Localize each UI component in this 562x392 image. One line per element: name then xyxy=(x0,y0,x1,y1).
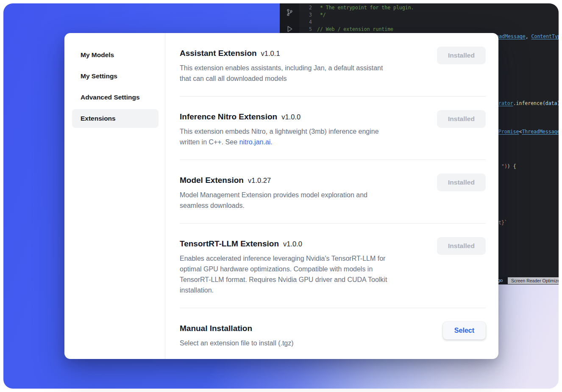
extension-description: This extension enables assistants, inclu… xyxy=(180,63,383,84)
extension-info: Assistant Extensionv1.0.1 This extension… xyxy=(180,48,383,84)
code-fragment: ")) { xyxy=(501,163,516,170)
code-token: , xyxy=(526,33,531,39)
sidebar-item-advanced-settings[interactable]: Advanced Settings xyxy=(72,88,159,107)
code-token: ( xyxy=(543,100,545,106)
description-line: Select an extension file to install (.tg… xyxy=(180,338,294,348)
manual-installation-title: Manual Installation xyxy=(180,323,294,334)
manual-installation-row: Manual Installation Select an extension … xyxy=(180,308,486,359)
sidebar-item-label: Advanced Settings xyxy=(81,94,140,101)
sidebar-item-label: My Models xyxy=(81,51,114,59)
nitro-jan-ai-link[interactable]: nitro.jan.ai. xyxy=(239,138,273,146)
description-line: Enables accelerated inference leveraging… xyxy=(180,253,387,264)
source-control-icon[interactable] xyxy=(286,8,294,17)
extension-description: Enables accelerated inference leveraging… xyxy=(180,253,387,295)
extension-name: TensortRT-LLM Extension xyxy=(180,239,279,248)
line-number: 3 xyxy=(299,11,312,19)
code-line: 4 xyxy=(299,19,559,26)
settings-modal: My Models My Settings Advanced Settings … xyxy=(64,33,498,359)
sidebar-item-my-models[interactable]: My Models xyxy=(72,46,159,64)
manual-installation-description: Select an extension file to install (.tg… xyxy=(180,338,294,348)
sidebar-item-label: My Settings xyxy=(81,72,117,80)
code-token: Promise xyxy=(498,129,519,135)
code-token: )); xyxy=(557,100,559,106)
extension-title: Model Extensionv1.0.27 xyxy=(180,175,367,186)
extension-title: TensortRT-LLM Extensionv1.0.0 xyxy=(180,238,387,249)
extension-row-assistant: Assistant Extensionv1.0.1 This extension… xyxy=(180,33,486,97)
line-number: 2 xyxy=(299,4,312,11)
extension-row-model: Model Extensionv1.0.27 Model Management … xyxy=(180,160,486,224)
sidebar-item-label: Extensions xyxy=(81,115,116,122)
extensions-panel: Assistant Extensionv1.0.1 This extension… xyxy=(165,33,498,359)
code-fragment: t}` xyxy=(498,219,507,226)
screenshot-canvas: 2 * The entrypoint for the plugin. 3 */ … xyxy=(0,0,562,392)
code-line: 3 */ xyxy=(299,11,559,19)
code-text: */ xyxy=(312,11,326,19)
code-fragment: Promise<ThreadMessage> xyxy=(498,128,559,135)
code-token: ") xyxy=(501,163,507,169)
code-text: * The entrypoint for the plugin. xyxy=(312,4,414,11)
extension-description: Model Management Extension provides mode… xyxy=(180,190,367,211)
description-line: written in C++. See nitro.jan.ai. xyxy=(180,137,379,147)
description-line: installation. xyxy=(180,285,387,295)
code-token: ContentType xyxy=(531,33,559,39)
extension-title: Assistant Extensionv1.0.1 xyxy=(180,48,383,59)
code-token: . xyxy=(513,100,516,106)
extension-name: Assistant Extension xyxy=(180,49,257,58)
extension-name: Inference Nitro Extension xyxy=(180,112,277,121)
code-line: 2 * The entrypoint for the plugin. xyxy=(299,4,559,11)
code-token: rator xyxy=(498,100,513,106)
line-number: 4 xyxy=(299,19,312,26)
run-debug-icon[interactable] xyxy=(286,25,294,33)
installed-button[interactable]: Installed xyxy=(437,47,486,64)
code-token: ThreadMessage xyxy=(522,129,559,135)
code-token: ) { xyxy=(507,163,516,169)
extension-info: Manual Installation Select an extension … xyxy=(180,323,294,348)
extension-title: Inference Nitro Extensionv1.0.0 xyxy=(180,111,379,122)
extension-version: v1.0.1 xyxy=(261,50,280,57)
extension-version: v1.0.0 xyxy=(281,113,300,121)
sidebar-item-my-settings[interactable]: My Settings xyxy=(72,67,159,86)
description-line: optimal GPU hardware optimizations. Comp… xyxy=(180,264,387,274)
sidebar-item-extensions[interactable]: Extensions xyxy=(72,109,159,128)
code-fragment: rator.inference(data)); xyxy=(498,100,559,107)
installed-button[interactable]: Installed xyxy=(437,237,486,255)
extension-description: This extension embeds Nitro, a lightweig… xyxy=(180,126,379,147)
extension-row-tensorrt: TensortRT-LLM Extensionv1.0.0 Enables ac… xyxy=(180,224,486,308)
description-text: written in C++. See xyxy=(180,138,239,146)
code-token: inference xyxy=(516,100,543,106)
extension-info: TensortRT-LLM Extensionv1.0.0 Enables ac… xyxy=(180,238,387,295)
extension-name: Model Extension xyxy=(180,176,244,185)
code-token: data xyxy=(545,100,557,106)
description-line: This extension embeds Nitro, a lightweig… xyxy=(180,126,379,137)
extension-version: v1.0.0 xyxy=(283,240,302,248)
screen-reader-badge[interactable]: Screen Reader Optimize xyxy=(508,277,559,284)
installed-button[interactable]: Installed xyxy=(437,174,486,191)
code-text xyxy=(312,19,317,26)
description-line: TensorRT-LLM format. Requires Nvidia GPU… xyxy=(180,274,387,285)
code-line: 5 // Web / extension runtime xyxy=(299,26,559,33)
line-number: 5 xyxy=(299,26,312,33)
settings-sidebar: My Models My Settings Advanced Settings … xyxy=(64,33,165,359)
description-line: This extension enables assistants, inclu… xyxy=(180,63,383,73)
installed-button[interactable]: Installed xyxy=(437,110,486,128)
code-text: // Web / extension runtime xyxy=(312,26,393,33)
extension-info: Model Extensionv1.0.27 Model Management … xyxy=(180,175,367,211)
select-file-button[interactable]: Select xyxy=(443,322,486,340)
description-line: that can call all downloaded models xyxy=(180,73,383,84)
extension-version: v1.0.27 xyxy=(248,177,271,184)
extension-info: Inference Nitro Extensionv1.0.0 This ext… xyxy=(180,111,379,147)
extension-row-nitro: Inference Nitro Extensionv1.0.0 This ext… xyxy=(180,97,486,160)
description-line: Model Management Extension provides mode… xyxy=(180,190,367,200)
description-line: seamless downloads. xyxy=(180,200,367,211)
